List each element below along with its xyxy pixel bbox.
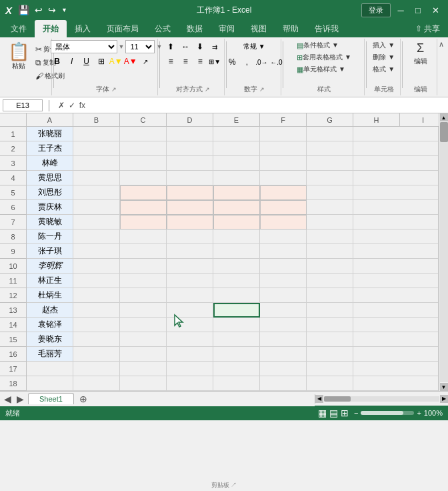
cell-g13[interactable]: [307, 303, 353, 318]
tab-home[interactable]: 开始: [35, 20, 67, 37]
row-header-11[interactable]: 11: [0, 274, 27, 288]
row-header-2[interactable]: 2: [0, 141, 27, 156]
font-color-button[interactable]: A▼: [124, 55, 137, 68]
cell-g4[interactable]: [307, 171, 353, 185]
row-header-5[interactable]: 5: [0, 185, 27, 200]
formula-input[interactable]: [89, 101, 445, 110]
cell-b10[interactable]: [73, 259, 120, 274]
cell-a9[interactable]: 张子琪: [27, 244, 73, 259]
cell-a6[interactable]: 贾庆林: [27, 200, 73, 215]
cell-f1[interactable]: [260, 127, 307, 141]
row-header-8[interactable]: 8: [0, 229, 27, 244]
cell-d17[interactable]: [167, 362, 213, 376]
font-size-select[interactable]: 11: [125, 40, 155, 53]
share-button[interactable]: ⇧ 共享: [407, 20, 448, 37]
wrap-text-button[interactable]: ⇉: [208, 40, 221, 53]
cell-e13[interactable]: [213, 303, 260, 318]
row-header-4[interactable]: 4: [0, 171, 27, 185]
cell-f18[interactable]: [260, 376, 307, 391]
cell-b4[interactable]: [73, 171, 120, 185]
cell-g18[interactable]: [307, 376, 353, 391]
cell-h7[interactable]: [353, 215, 439, 229]
tab-formulas[interactable]: 公式: [147, 20, 179, 37]
cell-a18[interactable]: [27, 376, 73, 391]
cell-b12[interactable]: [73, 288, 120, 303]
cell-c6[interactable]: [120, 200, 167, 215]
cell-d13[interactable]: [167, 303, 213, 318]
zoom-out-button[interactable]: −: [354, 409, 358, 417]
cell-a17[interactable]: [27, 362, 73, 376]
border-button[interactable]: ⊞: [95, 55, 108, 68]
cell-h12[interactable]: [353, 288, 439, 303]
cell-a14[interactable]: 袁铭泽: [27, 318, 73, 332]
cell-b9[interactable]: [73, 244, 120, 259]
row-header-14[interactable]: 14: [0, 318, 27, 332]
sum-button[interactable]: Σ 编辑: [409, 40, 433, 67]
row-header-7[interactable]: 7: [0, 215, 27, 229]
cell-d12[interactable]: [167, 288, 213, 303]
scroll-up-button[interactable]: ▲: [440, 113, 448, 121]
cell-f17[interactable]: [260, 362, 307, 376]
cell-h18[interactable]: [353, 376, 439, 391]
cell-g7[interactable]: [307, 215, 353, 229]
h-scroll-thumb[interactable]: [324, 396, 351, 402]
cell-g1[interactable]: [307, 127, 353, 141]
cell-e1[interactable]: [213, 127, 260, 141]
cell-f7[interactable]: [260, 215, 307, 229]
cell-c10[interactable]: [120, 259, 167, 274]
maximize-button[interactable]: □: [411, 3, 425, 17]
cell-a3[interactable]: 林峰: [27, 156, 73, 171]
redo-icon[interactable]: ↪: [46, 3, 58, 17]
row-header-10[interactable]: 10: [0, 259, 27, 274]
col-header-f[interactable]: F: [260, 113, 307, 127]
cell-e10[interactable]: [213, 259, 260, 274]
row-header-17[interactable]: 17: [0, 362, 27, 376]
row-header-15[interactable]: 15: [0, 332, 27, 347]
tab-page-layout[interactable]: 页面布局: [99, 20, 147, 37]
row-header-13[interactable]: 13: [0, 303, 27, 318]
cell-a8[interactable]: 陈一丹: [27, 229, 73, 244]
cell-a13[interactable]: 赵杰: [27, 303, 73, 318]
comma-button[interactable]: ,: [240, 55, 253, 69]
cell-f9[interactable]: [260, 244, 307, 259]
cell-g12[interactable]: [307, 288, 353, 303]
cell-b6[interactable]: [73, 200, 120, 215]
cell-f15[interactable]: [260, 332, 307, 347]
cell-e12[interactable]: [213, 288, 260, 303]
italic-button[interactable]: I: [65, 55, 79, 68]
cell-c11[interactable]: [120, 274, 167, 288]
cell-e14[interactable]: [213, 318, 260, 332]
cell-h11[interactable]: [353, 274, 439, 288]
cell-a15[interactable]: 姜晓东: [27, 332, 73, 347]
cell-f13[interactable]: [260, 303, 307, 318]
table-format-button[interactable]: ⊞ 套用表格格式 ▼: [295, 52, 353, 63]
undo-icon[interactable]: ↩: [33, 3, 45, 17]
zoom-in-button[interactable]: +: [417, 409, 421, 417]
format-cells-button[interactable]: 格式 ▼: [371, 64, 397, 75]
cell-b17[interactable]: [73, 362, 120, 376]
cell-d7[interactable]: [167, 215, 213, 229]
col-header-g[interactable]: G: [307, 113, 353, 127]
cell-c2[interactable]: [120, 141, 167, 156]
cell-h8[interactable]: [353, 229, 439, 244]
cell-h5[interactable]: [353, 185, 439, 200]
collapse-ribbon-button[interactable]: ∧: [437, 39, 445, 95]
col-header-b[interactable]: B: [73, 113, 120, 127]
cell-c8[interactable]: [120, 229, 167, 244]
number-format-button[interactable]: 常规 ▼: [236, 40, 273, 53]
cell-g9[interactable]: [307, 244, 353, 259]
cell-d9[interactable]: [167, 244, 213, 259]
cell-e3[interactable]: [213, 156, 260, 171]
cell-styles-button[interactable]: ▦ 单元格样式 ▼: [295, 64, 353, 75]
save-icon[interactable]: 💾: [16, 3, 31, 17]
cell-g8[interactable]: [307, 229, 353, 244]
cell-d4[interactable]: [167, 171, 213, 185]
cell-h1[interactable]: [353, 127, 439, 141]
increase-decimal-button[interactable]: .0→: [255, 55, 268, 69]
scroll-down-button[interactable]: ▼: [440, 383, 448, 391]
col-header-d[interactable]: D: [167, 113, 213, 127]
insert-cells-button[interactable]: 插入 ▼: [371, 40, 397, 51]
cell-a12[interactable]: 杜炳生: [27, 288, 73, 303]
cell-e8[interactable]: [213, 229, 260, 244]
conditional-format-button[interactable]: ▤ 条件格式 ▼: [295, 40, 353, 51]
